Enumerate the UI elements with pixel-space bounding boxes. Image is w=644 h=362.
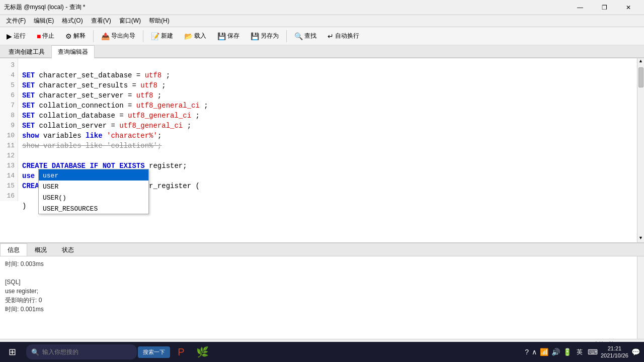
close-button[interactable]: ✕ <box>617 0 640 15</box>
taskbar-powerpoint[interactable]: P <box>171 343 191 361</box>
separator-1 <box>93 30 94 42</box>
export-button[interactable]: 📤 导出向导 <box>97 30 140 42</box>
info-query: use register; <box>5 287 639 296</box>
load-icon: 📂 <box>184 32 193 40</box>
ac-label-1: USER <box>43 183 58 191</box>
load-button[interactable]: 📂 载入 <box>180 30 211 42</box>
saveas-icon: 💾 <box>251 32 259 40</box>
code-editor[interactable]: 3 4 5 6 7 8 9 10 11 12 13 14 15 16 SET c… <box>0 58 637 242</box>
taskbar-items: 🔍 输入你想搜的 搜索一下 P 🌿 <box>24 343 214 361</box>
export-label: 导出向导 <box>111 32 135 40</box>
menu-view[interactable]: 查看(V) <box>87 16 115 26</box>
scrollbar-thumb[interactable] <box>638 67 643 87</box>
scrollbar-track[interactable] <box>638 65 643 235</box>
language-button[interactable]: 英 <box>575 347 585 357</box>
explain-button[interactable]: ⚙ 解释 <box>61 30 90 42</box>
tray-date-display: 2021/10/26 <box>601 352 628 359</box>
save-icon: 💾 <box>217 32 226 40</box>
line-9: show variables like 'character%'; <box>22 132 162 140</box>
line-num-12: 12 <box>0 151 18 161</box>
wrap-button[interactable]: ↵ 自动换行 <box>323 30 364 42</box>
line-num-13: 13 <box>0 161 18 171</box>
tray-battery-icon[interactable]: 🔋 <box>563 348 572 356</box>
line-num-9: 9 <box>0 121 18 131</box>
line-numbers: 3 4 5 6 7 8 9 10 11 12 13 14 15 16 <box>0 58 18 201</box>
tray-chevron-icon[interactable]: ∧ <box>532 348 537 356</box>
tab-status[interactable]: 状态 <box>54 243 82 256</box>
scroll-down-btn[interactable]: ▼ <box>637 235 645 242</box>
tab-info[interactable]: 信息 <box>0 243 27 256</box>
run-button[interactable]: ▶ 运行 <box>2 30 30 42</box>
line-num-3: 3 <box>0 60 18 70</box>
taskbar-search-btn[interactable]: 搜索一下 <box>138 346 170 358</box>
minimize-button[interactable]: — <box>569 0 592 15</box>
tray-network-icon[interactable]: 📶 <box>540 348 548 356</box>
menu-edit[interactable]: 编辑(E) <box>30 16 58 26</box>
editor-scrollbar[interactable]: ▲ ▼ <box>637 58 644 242</box>
info-affected: 受影响的行: 0 <box>5 296 639 305</box>
find-label: 查找 <box>304 32 316 40</box>
tray-help-icon[interactable]: ? <box>525 348 529 356</box>
line-6: SET collation_connection = utf8_general_… <box>22 102 208 110</box>
ac-item-user-lower[interactable]: user <box>39 169 148 180</box>
taskbar-search-icon: 🔍 <box>31 348 39 356</box>
tab-overview[interactable]: 概况 <box>27 243 54 256</box>
new-button[interactable]: 📝 新建 <box>146 30 178 42</box>
bottom-tabs: 信息 概况 状态 <box>0 243 644 256</box>
save-label: 保存 <box>227 32 239 40</box>
maximize-button[interactable]: ❐ <box>593 0 616 15</box>
tray-datetime[interactable]: 21:21 2021/10/26 <box>601 345 628 359</box>
tray-notification-icon[interactable]: 💬 <box>631 348 640 356</box>
line-3: SET character_set_database = utf8 ; <box>22 71 170 79</box>
start-button[interactable]: ⊞ <box>0 342 24 362</box>
ac-label-0: user <box>43 172 58 179</box>
explain-label: 解释 <box>73 32 86 40</box>
line-num-4: 4 <box>0 70 18 80</box>
line-num-8: 8 <box>0 111 18 121</box>
toolbar: ▶ 运行 ■ 停止 ⚙ 解释 📤 导出向导 📝 新建 📂 载入 💾 保存 💾 另… <box>0 27 644 45</box>
line-num-15: 15 <box>0 181 18 191</box>
line-num-7: 7 <box>0 101 18 111</box>
stop-icon: ■ <box>37 32 41 40</box>
menu-format[interactable]: 格式(O) <box>58 16 87 26</box>
save-button[interactable]: 💾 保存 <box>213 30 244 42</box>
scroll-up-btn[interactable]: ▲ <box>637 58 645 65</box>
editor-tabs: 查询创建工具 查询编辑器 <box>0 45 644 58</box>
stop-button[interactable]: ■ 停止 <box>32 30 59 42</box>
line-num-16: 16 <box>0 191 18 201</box>
find-button[interactable]: 🔍 查找 <box>290 30 321 42</box>
taskbar-app2[interactable]: 🌿 <box>192 343 212 361</box>
line-5: SET character_set_server = utf8 ; <box>22 92 162 100</box>
tray-volume-icon[interactable]: 🔊 <box>551 348 560 356</box>
menu-help[interactable]: 帮助(H) <box>145 16 174 26</box>
info-panel: 时间: 0.003ms [SQL] use register; 受影响的行: 0… <box>0 256 644 339</box>
line-num-10: 10 <box>0 131 18 141</box>
tray-keyboard-icon[interactable]: ⌨ <box>588 348 598 356</box>
bottom-section: 信息 概况 状态 时间: 0.003ms [SQL] use register;… <box>0 242 644 339</box>
line-16: ) <box>22 202 26 210</box>
taskbar-search[interactable]: 🔍 输入你想搜的 <box>26 344 137 359</box>
explain-icon: ⚙ <box>65 32 72 40</box>
ac-item-USER-RESOURCES[interactable]: USER_RESOURCES <box>39 203 148 214</box>
ac-item-USER[interactable]: USER <box>39 180 148 192</box>
tab-query-builder[interactable]: 查询创建工具 <box>2 45 51 58</box>
taskbar: ⊞ 🔍 输入你想搜的 搜索一下 P 🌿 ? ∧ 📶 🔊 🔋 英 ⌨ 21:21 … <box>0 342 644 362</box>
info-time1: 时间: 0.003ms <box>5 259 639 268</box>
app2-icon: 🌿 <box>196 346 209 358</box>
line-7: SET collation_database = utf8_general_ci… <box>22 112 200 120</box>
line-num-14: 14 <box>0 171 18 181</box>
system-tray: ? ∧ 📶 🔊 🔋 英 ⌨ 21:21 2021/10/26 💬 <box>521 345 644 359</box>
powerpoint-icon: P <box>178 346 184 358</box>
tray-time-display: 21:21 <box>601 345 628 352</box>
saveas-button[interactable]: 💾 另存为 <box>246 30 283 42</box>
info-scrollbar[interactable] <box>637 256 644 339</box>
tab-query-editor[interactable]: 查询编辑器 <box>51 45 95 58</box>
line-10: show variables like 'collation%'; <box>22 142 162 150</box>
ac-item-USER-func[interactable]: USER() <box>39 192 148 203</box>
new-icon: 📝 <box>151 32 159 40</box>
autocomplete-dropdown[interactable]: user USER USER() USER_RESOURCES <box>38 169 149 214</box>
menu-file[interactable]: 文件(F) <box>2 16 30 26</box>
find-icon: 🔍 <box>294 32 303 40</box>
menu-window[interactable]: 窗口(W) <box>115 16 145 26</box>
line-num-5: 5 <box>0 80 18 90</box>
